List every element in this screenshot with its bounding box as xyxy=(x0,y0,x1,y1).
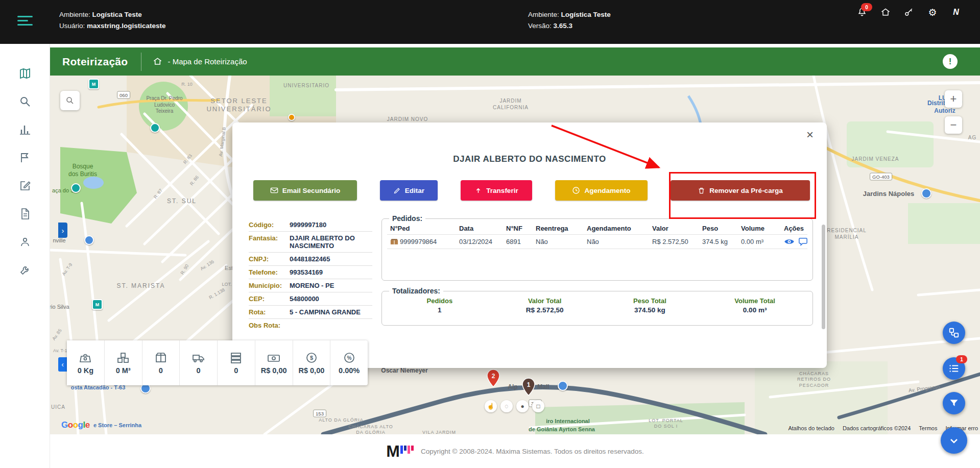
sidebar-item-edit[interactable] xyxy=(19,180,31,192)
notifications-button[interactable]: 0 xyxy=(856,6,868,18)
zoom-in-button[interactable]: + xyxy=(945,90,962,108)
metro-station-icon[interactable]: M xyxy=(92,299,103,310)
map-pin-1-label: 1 xyxy=(527,381,531,388)
chevron-down-icon xyxy=(948,434,960,447)
map-attribution-link[interactable]: Dados cartográficos ©2024 xyxy=(843,425,911,431)
detail-label: Obs Rota: xyxy=(249,322,290,329)
totalizer: Peso Total374.50 kg xyxy=(597,297,703,314)
sidebar-item-routes[interactable] xyxy=(19,152,31,164)
arrow-up-icon xyxy=(474,187,482,194)
totalizadores-section-title: Totalizadores: xyxy=(389,287,443,295)
map-attribution-link[interactable]: Termos xyxy=(919,425,937,431)
agendamento-button[interactable]: Agendamento xyxy=(555,180,648,201)
map-pin-1[interactable]: 1 xyxy=(522,378,535,396)
cell-acoes xyxy=(781,235,807,249)
bill-icon xyxy=(267,351,280,364)
load-list-button[interactable]: 1 xyxy=(943,357,965,380)
table-row[interactable]: 9999979864 03/12/2024 6891 Não Não R$ 2.… xyxy=(387,235,807,249)
detail-row: Código:9999997180 xyxy=(249,218,372,232)
sidebar-item-tools[interactable] xyxy=(19,264,31,276)
sidebar-item-clients[interactable] xyxy=(19,236,31,248)
totalizadores-grid: Pedidos1Valor TotalR$ 2.572,50Peso Total… xyxy=(387,297,807,314)
stats-collapse-button[interactable]: ‹ xyxy=(58,357,67,372)
map-pin-2[interactable]: 2 xyxy=(487,369,500,387)
metro-station-icon[interactable]: M xyxy=(88,79,99,89)
stat-cost: $ R$ 0,00 xyxy=(293,340,331,385)
poi-icon[interactable] xyxy=(558,381,568,391)
scroll-down-button[interactable] xyxy=(941,427,967,454)
pan-tool[interactable]: ☝ xyxy=(485,400,497,412)
settings-button[interactable]: ⚙ xyxy=(926,6,939,18)
zoom-out-button[interactable]: − xyxy=(945,116,962,134)
svg-text:%: % xyxy=(347,355,351,361)
sidebar-item-search[interactable] xyxy=(19,95,31,108)
totals-stats-bar: ‹ 0 Kg 0 M³ 0 0 0 xyxy=(58,340,368,385)
order-comment-icon[interactable] xyxy=(799,237,807,246)
editar-button[interactable]: Editar xyxy=(380,180,438,201)
modal-scrollbar[interactable] xyxy=(822,225,825,329)
view-order-eye-icon[interactable] xyxy=(784,238,795,245)
breadcrumb-home-icon[interactable] xyxy=(153,57,162,66)
home-icon xyxy=(880,7,891,17)
detail-label: CNPJ: xyxy=(249,255,290,263)
totalizer-label: Volume Total xyxy=(702,297,807,305)
access-key-button[interactable] xyxy=(903,6,915,18)
copyright-text: Copyright © 2008-2024. Máxima Sistemas. … xyxy=(421,448,644,455)
transferir-button[interactable]: Transferir xyxy=(461,180,532,201)
map-search-button[interactable] xyxy=(60,91,80,110)
close-icon[interactable]: × xyxy=(806,128,814,142)
lasso-tool[interactable]: ◌ xyxy=(500,400,513,412)
sidebar-item-documents[interactable] xyxy=(19,208,31,220)
stat-value: R$ 0,00 xyxy=(255,340,293,385)
cubes-icon xyxy=(116,351,130,364)
versao-value: 3.65.3 xyxy=(554,22,573,30)
layers-icon xyxy=(948,327,960,338)
detail-label: CEP: xyxy=(249,295,290,303)
client-detail-modal: × DJAIR ALBERTO DO NASCIMENTO Email Secu… xyxy=(232,122,827,368)
hamburger-menu-icon[interactable] xyxy=(17,16,33,27)
detail-row: Obs Rota: xyxy=(249,319,372,332)
table-header: Agendamento xyxy=(584,223,649,235)
transit-stop-icon[interactable] xyxy=(150,123,160,133)
cell-nped: 9999979864 xyxy=(387,235,456,249)
alert-button[interactable]: ! xyxy=(943,54,958,69)
ambiente-value: Logística Teste xyxy=(92,11,142,18)
sidebar xyxy=(0,44,50,468)
sidebar-item-reports[interactable] xyxy=(19,124,31,136)
versao-label: Versão: xyxy=(528,22,552,30)
poi-icon[interactable] xyxy=(921,188,931,199)
truck-icon xyxy=(192,351,205,364)
transit-stop-icon[interactable] xyxy=(71,183,81,193)
filter-button[interactable] xyxy=(943,392,965,414)
remover-pre-carga-button[interactable]: Remover da Pré-carga xyxy=(671,180,810,201)
poi-icon[interactable] xyxy=(288,114,295,121)
detail-label: Município: xyxy=(249,282,290,289)
square-tool[interactable]: □ xyxy=(532,400,544,412)
trash-icon xyxy=(698,187,705,194)
home-button[interactable] xyxy=(879,6,892,18)
cell-reentrega: Não xyxy=(533,235,584,249)
coin-icon: $ xyxy=(305,351,318,364)
app-root: Ambiente: Logística Teste Usuário: maxst… xyxy=(0,0,980,468)
map-attribution-link[interactable]: Atalhos do teclado xyxy=(788,425,834,431)
map-layers-button[interactable] xyxy=(943,322,965,344)
email-secundario-button[interactable]: Email Secundário xyxy=(253,180,357,201)
road-badge: GO-403 xyxy=(870,173,892,181)
table-header-row: N°PedDataN°NFReentregaAgendamentoValorPe… xyxy=(387,223,807,235)
gear-icon: ⚙ xyxy=(928,7,937,18)
panel-expand-button[interactable]: › xyxy=(58,223,67,238)
detail-value: 993534169 xyxy=(290,268,323,276)
cell-peso: 374.5 kg xyxy=(699,235,738,249)
table-header: N°NF xyxy=(503,223,533,235)
modal-actions: Email Secundário Editar Transferir Agend… xyxy=(253,180,810,201)
circle-tool[interactable]: ● xyxy=(516,400,529,412)
sidebar-item-map[interactable] xyxy=(19,67,31,80)
stat-volume: 0 M³ xyxy=(105,340,142,385)
poi-icon[interactable] xyxy=(84,235,94,245)
totalizadores-section: Totalizadores: Pedidos1Valor TotalR$ 2.5… xyxy=(381,287,813,326)
header-divider xyxy=(141,53,141,71)
maxima-logo-bars xyxy=(400,446,414,454)
n-logo-button[interactable]: N xyxy=(950,6,962,18)
totalizer: Pedidos1 xyxy=(387,297,492,314)
totalizer-value: R$ 2.572,50 xyxy=(492,306,597,314)
